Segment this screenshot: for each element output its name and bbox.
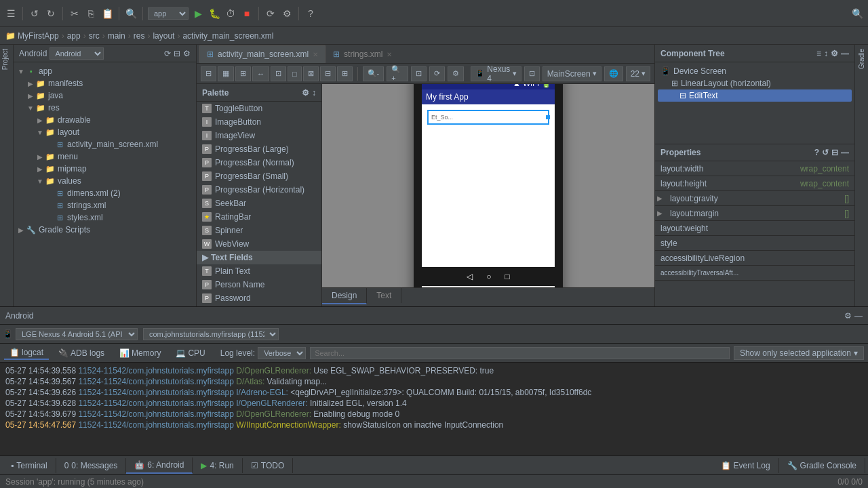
zoom-in-btn[interactable]: 🔍+ (387, 66, 408, 81)
palette-item-imagebutton[interactable]: I ImageButton (197, 115, 321, 129)
project-view-selector[interactable]: Android (50, 47, 104, 60)
palette-item-progressbar-normal[interactable]: P ProgressBar (Normal) (197, 156, 321, 169)
tab-event-log[interactable]: 📋 Event Log (713, 458, 779, 473)
screen-btn[interactable]: ⊡ (271, 66, 286, 81)
tab-messages[interactable]: 0 0: Messages (56, 458, 127, 473)
copy-icon[interactable]: ⎘ (84, 7, 98, 20)
combined-btn[interactable]: ⊞ (235, 66, 251, 81)
palette-item-progressbar-small[interactable]: P ProgressBar (Small) (197, 169, 321, 183)
prop-layout-gravity[interactable]: ▶ layout:gravity [] (655, 191, 854, 206)
zoom-out-btn[interactable]: 🔍- (363, 66, 384, 81)
nav-back[interactable]: ◁ (467, 272, 473, 281)
settings-icon[interactable]: ⚙ (280, 7, 294, 20)
log-search-input[interactable] (310, 347, 730, 359)
logcat-tab-adb[interactable]: 🔌 ADB logs (53, 347, 110, 359)
palette-item-togglebutton[interactable]: T ToggleButton (197, 102, 321, 115)
measure-btn[interactable]: ⊠ (303, 66, 319, 81)
zoom-reset-btn[interactable]: ⊡ (411, 66, 427, 81)
app-selector[interactable]: app (148, 7, 189, 20)
tree-item-activity-xml[interactable]: ▶ ⊞ activity_main_screen.xml (14, 138, 196, 150)
tree-item-gradle[interactable]: ▶ 🔧 Gradle Scripts (14, 224, 196, 236)
nav-apps[interactable]: □ (505, 272, 510, 281)
undo-icon[interactable]: ↺ (28, 7, 41, 20)
device-dropdown[interactable]: LGE Nexus 4 Android 5.1 (API 22) (16, 328, 138, 340)
comp-linearlayout[interactable]: ⊞ LinearLayout (horizontal) (658, 77, 852, 89)
comp-tree-close[interactable]: — (841, 49, 849, 58)
settings-project-icon[interactable]: ⚙ (183, 49, 191, 58)
menu-icon[interactable]: ☰ (4, 7, 18, 20)
paste-icon[interactable]: 📋 (100, 7, 114, 20)
api-btn[interactable]: 22 ▾ (626, 66, 650, 81)
tab-design[interactable]: Design (322, 288, 367, 304)
log-level-select[interactable]: Verbose Debug Info Warn Error (258, 347, 306, 359)
palette-item-webview[interactable]: W WebView (197, 237, 321, 251)
tree-item-app[interactable]: ▼ ▪ app (14, 65, 196, 77)
nexus-btn[interactable]: 📱 Nexus 4 ▾ (471, 66, 521, 81)
tree-item-drawable[interactable]: ▶ 📁 drawable (14, 114, 196, 126)
profile-icon[interactable]: ⏱ (224, 7, 237, 20)
breadcrumb-main[interactable]: main (108, 31, 125, 41)
palette-item-personname[interactable]: P Person Name (197, 278, 321, 291)
comp-tree-icon2[interactable]: ↕ (824, 49, 828, 58)
resize-handle[interactable] (546, 115, 550, 119)
palette-item-plaintext[interactable]: T Plain Text (197, 264, 321, 278)
prop-style[interactable]: style (655, 236, 854, 251)
props-undo-icon[interactable]: ↺ (822, 148, 829, 157)
android-settings-icon[interactable]: ⚙ (844, 311, 852, 321)
global-search-icon[interactable]: 🔍 (850, 7, 864, 20)
settings-design-btn[interactable]: ⚙ (448, 66, 464, 81)
prop-accessibility-trav[interactable]: accessibilityTraversalAft... (655, 266, 854, 281)
tab-run[interactable]: ▶ 4: Run (193, 458, 242, 473)
guide-btn[interactable]: ⊞ (337, 66, 353, 81)
prop-layout-margin[interactable]: ▶ layout:margin [] (655, 206, 854, 221)
grid-btn[interactable]: ⊟ (320, 66, 336, 81)
comp-tree-settings[interactable]: ⚙ (831, 49, 838, 58)
palette-item-ratingbar[interactable]: ★ RatingBar (197, 210, 321, 224)
breadcrumb-src[interactable]: src (89, 31, 100, 41)
tab-text[interactable]: Text (367, 288, 401, 303)
palette-item-progressbar-large[interactable]: P ProgressBar (Large) (197, 142, 321, 156)
breadcrumb-myfirstapp[interactable]: 📁 MyFirstApp (5, 31, 59, 41)
tree-item-manifests[interactable]: ▶ 📁 manifests (14, 77, 196, 89)
breadcrumb-file[interactable]: activity_main_screen.xml (182, 31, 273, 41)
show-selected-btn[interactable]: Show only selected application ▾ (734, 346, 864, 360)
palette-sort-icon[interactable]: ↕ (312, 88, 316, 98)
palette-item-password[interactable]: P Password (197, 291, 321, 305)
palette-item-spinner[interactable]: S Spinner (197, 224, 321, 237)
tree-item-dimens[interactable]: ▶ ⊞ dimens.xml (2) (14, 187, 196, 199)
tree-item-values[interactable]: ▼ 📁 values (14, 175, 196, 187)
prop-accessibility-live[interactable]: accessibilityLiveRegion (655, 251, 854, 266)
breadcrumb-res[interactable]: res (134, 31, 145, 41)
breadcrumb-app[interactable]: app (67, 31, 81, 41)
comp-tree-icon1[interactable]: ≡ (816, 49, 821, 58)
tab-close-1[interactable]: ✕ (313, 51, 318, 58)
nav-home[interactable]: ○ (486, 272, 491, 281)
logcat-tab-memory[interactable]: 📊 Memory (114, 347, 166, 359)
tree-item-styles[interactable]: ▶ ⊞ styles.xml (14, 211, 196, 224)
theme-btn[interactable]: MainScreen ▾ (542, 66, 601, 81)
sync-icon[interactable]: ⟳ (264, 7, 277, 20)
tab-gradle-console[interactable]: 🔧 Gradle Console (779, 458, 865, 473)
inset-btn[interactable]: □ (288, 66, 302, 81)
project-label[interactable]: Project (0, 45, 13, 74)
palette-settings-icon[interactable]: ⚙ (302, 88, 309, 98)
debug-icon[interactable]: 🐛 (208, 7, 221, 20)
props-close-icon[interactable]: — (841, 148, 849, 157)
gradle-label[interactable]: Gradle (856, 45, 867, 73)
tree-item-menu[interactable]: ▶ 📁 menu (14, 150, 196, 163)
palette-item-imageview[interactable]: I ImageView (197, 129, 321, 142)
tree-item-strings[interactable]: ▶ ⊞ strings.xml (14, 199, 196, 211)
props-help-icon[interactable]: ? (814, 148, 819, 157)
refresh-btn[interactable]: ⟳ (429, 66, 445, 81)
tree-item-mipmap[interactable]: ▶ 📁 mipmap (14, 163, 196, 175)
blueprint-btn[interactable]: ▦ (218, 66, 234, 81)
tab-close-2[interactable]: ✕ (387, 51, 392, 58)
tab-activity-main[interactable]: ⊞ activity_main_screen.xml ✕ (199, 45, 326, 63)
pan-btn[interactable]: ↔ (252, 66, 269, 81)
tab-strings[interactable]: ⊞ strings.xml ✕ (326, 45, 399, 63)
tree-item-java[interactable]: ▶ 📁 java (14, 89, 196, 102)
collapse-icon[interactable]: ⊟ (174, 49, 180, 58)
find-icon[interactable]: 🔍 (124, 7, 138, 20)
redo-icon[interactable]: ↻ (44, 7, 58, 20)
comp-edittext[interactable]: ⊟ EditText (658, 89, 852, 102)
